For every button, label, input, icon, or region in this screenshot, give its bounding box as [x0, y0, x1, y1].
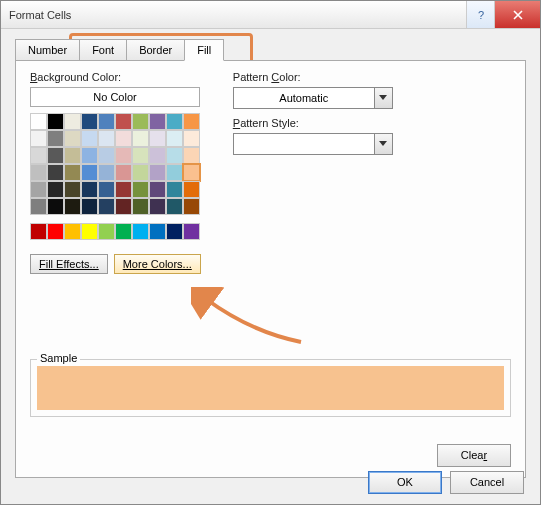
dialog-buttons: OK Cancel	[368, 471, 524, 494]
svg-text:?: ?	[478, 9, 484, 21]
tab-border[interactable]: Border	[126, 39, 185, 61]
color-swatch[interactable]	[64, 147, 81, 164]
chevron-down-icon	[374, 134, 392, 154]
color-swatch[interactable]	[166, 147, 183, 164]
pattern-color-combobox[interactable]: Automatic	[233, 87, 393, 109]
clear-button[interactable]: Clear	[437, 444, 511, 467]
sample-label: Sample	[37, 352, 80, 364]
background-color-label: Background Color:	[30, 71, 201, 83]
close-button[interactable]	[494, 1, 540, 28]
color-swatch[interactable]	[81, 223, 98, 240]
color-swatch[interactable]	[47, 223, 64, 240]
color-swatch[interactable]	[47, 198, 64, 215]
color-swatch[interactable]	[81, 181, 98, 198]
color-swatch[interactable]	[81, 113, 98, 130]
color-swatch[interactable]	[115, 113, 132, 130]
pattern-color-label: Pattern Color:	[233, 71, 403, 83]
tab-font[interactable]: Font	[79, 39, 127, 61]
color-swatch[interactable]	[149, 164, 166, 181]
color-swatch[interactable]	[81, 147, 98, 164]
color-swatch[interactable]	[47, 130, 64, 147]
pattern-style-value	[234, 134, 374, 154]
color-swatch[interactable]	[64, 113, 81, 130]
tab-number[interactable]: Number	[15, 39, 80, 61]
color-swatch[interactable]	[30, 164, 47, 181]
color-swatch[interactable]	[64, 181, 81, 198]
color-swatch[interactable]	[30, 223, 47, 240]
color-swatch[interactable]	[115, 223, 132, 240]
color-swatch[interactable]	[183, 113, 200, 130]
color-swatch[interactable]	[115, 164, 132, 181]
pattern-section: Pattern Color: Automatic Pattern Style:	[233, 71, 403, 274]
pattern-style-combobox[interactable]	[233, 133, 393, 155]
color-swatch[interactable]	[115, 147, 132, 164]
color-swatch[interactable]	[81, 198, 98, 215]
color-swatch[interactable]	[149, 181, 166, 198]
fill-effects-button[interactable]: Fill Effects...	[30, 254, 108, 274]
no-color-button[interactable]: No Color	[30, 87, 200, 107]
color-swatch[interactable]	[64, 198, 81, 215]
color-swatch[interactable]	[98, 223, 115, 240]
color-swatch[interactable]	[183, 147, 200, 164]
color-swatch[interactable]	[47, 181, 64, 198]
color-swatch[interactable]	[64, 164, 81, 181]
color-swatch[interactable]	[183, 164, 200, 181]
tab-fill[interactable]: Fill	[184, 39, 224, 61]
more-colors-button[interactable]: More Colors...	[114, 254, 201, 274]
color-swatch[interactable]	[183, 198, 200, 215]
color-swatch[interactable]	[115, 181, 132, 198]
color-swatch[interactable]	[47, 164, 64, 181]
titlebar: Format Cells ?	[1, 1, 540, 29]
color-swatch[interactable]	[132, 181, 149, 198]
color-swatch[interactable]	[64, 223, 81, 240]
color-swatch[interactable]	[64, 130, 81, 147]
color-swatch[interactable]	[183, 181, 200, 198]
color-swatch[interactable]	[98, 113, 115, 130]
color-swatch[interactable]	[30, 130, 47, 147]
color-swatch[interactable]	[81, 164, 98, 181]
color-swatch[interactable]	[98, 181, 115, 198]
color-swatch[interactable]	[115, 198, 132, 215]
color-swatch[interactable]	[98, 164, 115, 181]
color-swatch[interactable]	[47, 113, 64, 130]
color-swatch[interactable]	[183, 130, 200, 147]
color-swatch[interactable]	[98, 198, 115, 215]
color-swatch[interactable]	[98, 130, 115, 147]
color-swatch[interactable]	[149, 223, 166, 240]
cancel-button[interactable]: Cancel	[450, 471, 524, 494]
sample-group: Sample	[30, 357, 511, 417]
color-swatch[interactable]	[132, 223, 149, 240]
color-swatch[interactable]	[30, 198, 47, 215]
color-swatch[interactable]	[183, 223, 200, 240]
format-cells-dialog: Format Cells ? NumberFontBorderFill Back…	[0, 0, 541, 505]
color-swatch[interactable]	[132, 130, 149, 147]
color-swatch[interactable]	[132, 113, 149, 130]
color-swatch[interactable]	[132, 164, 149, 181]
color-swatch[interactable]	[166, 130, 183, 147]
color-swatch[interactable]	[98, 147, 115, 164]
color-swatch[interactable]	[149, 113, 166, 130]
fill-panel: Background Color: No Color Fill Effects.…	[15, 60, 526, 478]
ok-button[interactable]: OK	[368, 471, 442, 494]
color-swatch[interactable]	[132, 147, 149, 164]
sample-preview	[37, 366, 504, 410]
color-swatch[interactable]	[149, 147, 166, 164]
color-swatch[interactable]	[166, 164, 183, 181]
tab-strip: NumberFontBorderFill	[15, 39, 526, 61]
color-swatch[interactable]	[47, 147, 64, 164]
color-swatch[interactable]	[81, 130, 98, 147]
color-swatch[interactable]	[166, 198, 183, 215]
theme-color-grid	[30, 113, 201, 215]
chevron-down-icon	[374, 88, 392, 108]
color-swatch[interactable]	[30, 147, 47, 164]
color-swatch[interactable]	[30, 113, 47, 130]
color-swatch[interactable]	[149, 130, 166, 147]
help-button[interactable]: ?	[466, 1, 494, 28]
color-swatch[interactable]	[149, 198, 166, 215]
color-swatch[interactable]	[132, 198, 149, 215]
color-swatch[interactable]	[115, 130, 132, 147]
color-swatch[interactable]	[166, 223, 183, 240]
color-swatch[interactable]	[166, 181, 183, 198]
color-swatch[interactable]	[166, 113, 183, 130]
color-swatch[interactable]	[30, 181, 47, 198]
